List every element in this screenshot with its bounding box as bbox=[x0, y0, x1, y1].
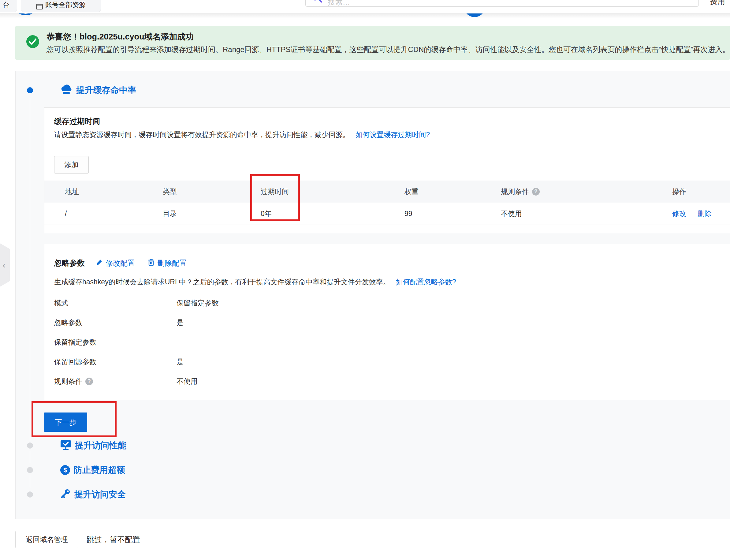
resource-box-icon bbox=[36, 4, 43, 9]
edit-config-link[interactable]: 修改配置 bbox=[96, 258, 135, 268]
step-dot-active bbox=[27, 87, 33, 93]
delete-row-link[interactable]: 删除 bbox=[698, 209, 712, 218]
add-button[interactable]: 添加 bbox=[54, 156, 89, 174]
cell-condition: 不使用 bbox=[480, 203, 652, 225]
key-icon bbox=[60, 489, 71, 500]
back-to-domain-management-button[interactable]: 返回域名管理 bbox=[15, 531, 78, 548]
field-ignore-params: 忽略参数 是 bbox=[54, 313, 721, 332]
step-dot bbox=[27, 442, 33, 449]
skip-config-link[interactable]: 跳过，暂不配置 bbox=[87, 535, 140, 545]
sidebar-collapse-handle[interactable]: ‹ bbox=[0, 243, 10, 287]
col-condition: 规则条件 ? bbox=[480, 181, 652, 203]
cell-address: / bbox=[44, 203, 142, 225]
col-actions: 操作 bbox=[652, 181, 730, 203]
cache-card-description: 请设置静态资源缓存时间，缓存时间设置将有效提升资源的命中率，提升访问性能，减少回… bbox=[54, 130, 430, 140]
wizard-panel: 提升缓存命中率 缓存过期时间 请设置静态资源缓存时间，缓存时间设置将有效提升资源… bbox=[15, 71, 730, 519]
col-type: 类型 bbox=[142, 181, 240, 203]
link-separator bbox=[141, 259, 141, 267]
field-rule-condition: 规则条件 ? 不使用 bbox=[54, 371, 721, 391]
cache-help-link[interactable]: 如何设置缓存过期时间? bbox=[356, 131, 430, 139]
monitor-check-icon bbox=[60, 440, 71, 451]
cloud-icon bbox=[60, 84, 73, 96]
console-tab-resources[interactable]: 账号全部资源 bbox=[21, 0, 101, 12]
search-input[interactable]: 搜索... bbox=[305, 0, 699, 7]
dollar-circle-icon: $ bbox=[60, 465, 70, 475]
cell-actions: 修改 删除 bbox=[652, 203, 730, 225]
banner-title: 恭喜您！blog.2025u.cyou域名添加成功 bbox=[47, 31, 194, 42]
success-banner: 恭喜您！blog.2025u.cyou域名添加成功 您可以按照推荐配置的引导流程… bbox=[15, 26, 730, 60]
col-address: 地址 bbox=[44, 181, 142, 203]
console-tab-partial[interactable]: 台 bbox=[0, 0, 17, 12]
step-access-performance[interactable]: 提升访问性能 bbox=[60, 439, 126, 452]
console-tab-resources-label: 账号全部资源 bbox=[45, 0, 86, 9]
step-label: 提升缓存命中率 bbox=[76, 84, 136, 96]
field-keep-specified: 保留指定参数 bbox=[54, 332, 721, 352]
edit-row-link[interactable]: 修改 bbox=[672, 209, 686, 218]
cell-weight: 99 bbox=[384, 203, 480, 225]
timeline-line bbox=[30, 98, 30, 441]
cache-card-title: 缓存过期时间 bbox=[54, 116, 100, 126]
cell-expire: 0年 bbox=[240, 203, 384, 225]
timeline-line bbox=[30, 475, 30, 487]
chevron-left-icon: ‹ bbox=[2, 260, 6, 270]
timeline-line bbox=[30, 451, 30, 463]
params-card-title: 忽略参数 bbox=[54, 258, 85, 268]
nav-billing[interactable]: 费用 bbox=[710, 0, 725, 6]
success-check-icon bbox=[26, 35, 39, 48]
console-tab-partial-label: 台 bbox=[3, 0, 9, 9]
banner-description: 您可以按照推荐配置的引导流程来添加缓存过期时间、Range回源、HTTPS证书等… bbox=[47, 45, 730, 54]
table-header-row: 地址 类型 过期时间 权重 规则条件 ? 操作 bbox=[44, 181, 730, 203]
edit-icon bbox=[96, 259, 103, 268]
field-keep-origin: 保留回源参数 是 bbox=[54, 352, 721, 371]
delete-config-link[interactable]: 删除配置 bbox=[148, 258, 187, 268]
topbar-shadow bbox=[0, 13, 730, 18]
step-label: 提升访问性能 bbox=[75, 440, 126, 451]
col-expire: 过期时间 bbox=[240, 181, 384, 203]
field-mode: 模式 保留指定参数 bbox=[54, 293, 721, 313]
top-bar: 台 账号全部资源 搜索... 费用 bbox=[0, 0, 730, 13]
params-card-description: 生成缓存hashkey的时候会去除请求URL中？之后的参数，有利于提高文件缓存命… bbox=[54, 277, 456, 287]
cache-expiration-card: 缓存过期时间 请设置静态资源缓存时间，缓存时间设置将有效提升资源的命中率，提升访… bbox=[44, 107, 730, 233]
step-cost-protection[interactable]: $ 防止费用超额 bbox=[60, 463, 125, 477]
next-step-button[interactable]: 下一步 bbox=[44, 413, 87, 432]
action-separator bbox=[692, 210, 692, 218]
params-field-list: 模式 保留指定参数 忽略参数 是 保留指定参数 保留回源参数 是 规则条件 ? … bbox=[54, 293, 721, 391]
params-help-link[interactable]: 如何配置忽略参数? bbox=[396, 278, 456, 286]
step-dot bbox=[27, 467, 33, 473]
help-icon[interactable]: ? bbox=[532, 188, 540, 196]
cache-rules-table: 地址 类型 过期时间 权重 规则条件 ? 操作 / 目录 0年 99 不使用 修… bbox=[44, 181, 730, 225]
step-label: 防止费用超额 bbox=[74, 464, 125, 476]
ignore-params-card: 忽略参数 修改配置 bbox=[44, 244, 730, 400]
step-label: 提升访问安全 bbox=[74, 489, 126, 500]
search-icon bbox=[309, 0, 324, 6]
cell-type: 目录 bbox=[142, 203, 240, 225]
help-icon[interactable]: ? bbox=[85, 378, 93, 385]
step-cache-hit-rate[interactable]: 提升缓存命中率 bbox=[60, 84, 136, 97]
search-placeholder: 搜索... bbox=[328, 0, 350, 7]
trash-icon bbox=[148, 258, 155, 268]
col-weight: 权重 bbox=[384, 181, 480, 203]
step-dot bbox=[27, 491, 33, 498]
table-row: / 目录 0年 99 不使用 修改 删除 bbox=[44, 203, 730, 225]
step-access-security[interactable]: 提升访问安全 bbox=[60, 488, 126, 501]
